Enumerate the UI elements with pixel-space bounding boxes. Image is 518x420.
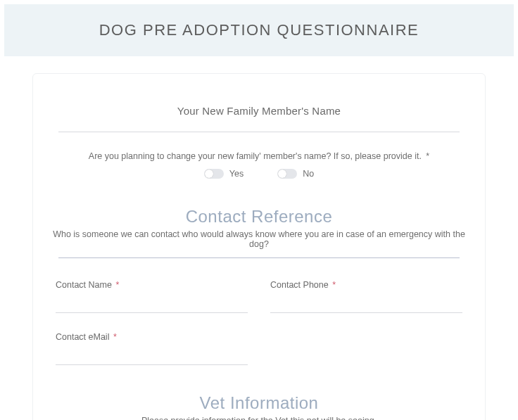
pet-name-placeholder[interactable]: Your New Family Member's Name xyxy=(53,105,465,117)
contact-email-field: Contact eMail * xyxy=(56,330,248,365)
contact-phone-input[interactable] xyxy=(270,303,462,313)
toggle-yes[interactable]: Yes xyxy=(204,169,244,179)
change-name-question: Are you planning to change your new fami… xyxy=(53,149,465,179)
title-band: DOG PRE ADOPTION QUESTIONNAIRE xyxy=(4,4,514,56)
contact-ref-heading: Contact Reference xyxy=(53,207,465,227)
contact-fields-row1: Contact Name * Contact Phone * xyxy=(56,278,462,313)
change-name-required: * xyxy=(426,151,429,161)
contact-fields-row2: Contact eMail * xyxy=(56,330,462,365)
change-name-text: Are you planning to change your new fami… xyxy=(89,151,422,161)
toggle-no[interactable]: No xyxy=(277,169,314,179)
contact-empty-spacer xyxy=(270,330,462,365)
pet-name-block: Your New Family Member's Name xyxy=(53,105,465,132)
vet-info-desc: Please provide information for the Vet t… xyxy=(53,416,465,420)
toggle-no-label: No xyxy=(303,169,314,179)
contact-phone-label: Contact Phone * xyxy=(270,280,336,290)
contact-ref-desc: Who is someone we can contact who would … xyxy=(53,229,465,249)
vet-info-heading: Vet Information xyxy=(53,393,465,413)
page-title: DOG PRE ADOPTION QUESTIONNAIRE xyxy=(11,21,507,39)
contact-phone-field: Contact Phone * xyxy=(270,278,462,313)
toggle-no-switch[interactable] xyxy=(277,169,297,179)
contact-email-input[interactable] xyxy=(56,355,248,365)
contact-name-label: Contact Name * xyxy=(56,280,119,290)
section-contact-reference: Contact Reference Who is someone we can … xyxy=(53,207,465,258)
toggle-yes-label: Yes xyxy=(229,169,244,179)
contact-ref-divider xyxy=(58,257,460,258)
form-card: Your New Family Member's Name Are you pl… xyxy=(32,73,486,420)
toggle-yes-switch[interactable] xyxy=(204,169,224,179)
contact-name-input[interactable] xyxy=(56,303,248,313)
contact-email-label: Contact eMail * xyxy=(56,332,117,342)
contact-name-field: Contact Name * xyxy=(56,278,248,313)
change-name-toggles: Yes No xyxy=(53,169,465,179)
section-vet-info: Vet Information Please provide informati… xyxy=(53,393,465,420)
card-wrap: Your New Family Member's Name Are you pl… xyxy=(0,56,518,420)
pet-name-input-underline[interactable] xyxy=(58,122,460,132)
